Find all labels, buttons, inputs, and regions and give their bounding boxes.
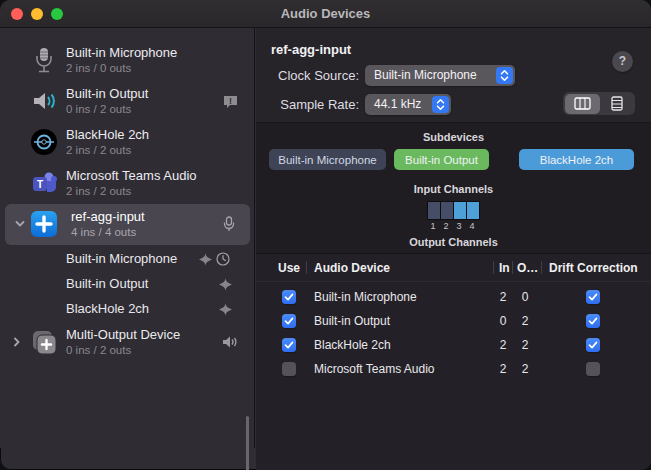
table-row[interactable]: Built-in Output 0 2 [256, 309, 651, 333]
volume-icon [222, 335, 239, 352]
use-checkbox[interactable] [282, 362, 296, 376]
column-audio-device[interactable]: Audio Device [314, 261, 390, 275]
audio-devices-window: Audio Devices Built-in Microphone 2 ins … [0, 0, 651, 470]
microphone-icon [30, 46, 58, 74]
device-detail: 0 ins / 2 outs [66, 103, 131, 115]
row-device-name: Built-in Output [314, 314, 390, 328]
use-checkbox[interactable] [282, 314, 296, 328]
sample-rate-select[interactable]: 44.1 kHz [365, 94, 451, 115]
drift-correction-checkbox[interactable] [586, 338, 600, 352]
window-title: Audio Devices [0, 6, 651, 21]
subdevice-table: Use Audio Device In O… Drift Correction … [256, 253, 651, 470]
selected-device-title: ref-agg-input [271, 42, 351, 57]
device-name: Built-in Microphone [66, 45, 177, 60]
columns-icon [574, 97, 591, 110]
channel-1 [428, 202, 440, 219]
column-drift-correction[interactable]: Drift Correction [549, 261, 638, 275]
device-detail: 4 ins / 4 outs [71, 226, 136, 238]
row-out-count: 2 [517, 338, 533, 352]
chevron-down-icon[interactable] [14, 218, 26, 230]
title-bar: Audio Devices [0, 0, 651, 28]
column-in[interactable]: In [499, 261, 510, 275]
channel-number: 1 [427, 221, 439, 231]
sidebar-item-multi-output-device[interactable]: Multi-Output Device 0 ins / 2 outs [0, 322, 255, 363]
row-in-count: 2 [495, 362, 511, 376]
channel-number: 3 [453, 221, 465, 231]
clock-source-select[interactable]: Built-in Microphone [365, 65, 515, 86]
subitem-blackhole-2ch[interactable]: BlackHole 2ch [0, 297, 255, 322]
subdevice-pill-built-in-output[interactable]: Built-in Output [394, 149, 489, 170]
row-device-name: Microsoft Teams Audio [314, 362, 435, 376]
activity-spark-icon [219, 278, 232, 291]
row-device-name: Built-in Microphone [314, 290, 417, 304]
sidebar-item-built-in-output[interactable]: Built-in Output 0 ins / 2 outs ! [0, 81, 255, 122]
sample-rate-label: Sample Rate: [256, 97, 359, 112]
clock-source-icon [216, 252, 230, 266]
sidebar-item-built-in-microphone[interactable]: Built-in Microphone 2 ins / 0 outs [0, 40, 255, 81]
clock-source-value: Built-in Microphone [374, 68, 477, 82]
use-checkbox[interactable] [282, 338, 296, 352]
device-detail: 0 ins / 2 outs [66, 344, 131, 356]
row-in-count: 2 [495, 338, 511, 352]
table-row[interactable]: Built-in Microphone 2 0 [256, 285, 651, 309]
use-checkbox[interactable] [282, 290, 296, 304]
subitem-built-in-microphone[interactable]: Built-in Microphone [0, 247, 255, 272]
aggregate-device-icon [30, 210, 58, 238]
drift-correction-checkbox[interactable] [586, 290, 600, 304]
subdevices-heading: Subdevices [256, 131, 651, 143]
sample-rate-value: 44.1 kHz [374, 97, 421, 111]
device-sidebar: Built-in Microphone 2 ins / 0 outs Built… [0, 28, 255, 448]
activity-spark-icon [219, 303, 232, 316]
device-name: ref-agg-input [71, 209, 145, 224]
table-row[interactable]: BlackHole 2ch 2 2 [256, 333, 651, 357]
row-out-count: 2 [517, 362, 533, 376]
rows-view-button[interactable] [599, 94, 634, 114]
device-name: Multi-Output Device [66, 327, 180, 342]
multi-output-icon [30, 328, 58, 356]
columns-view-button[interactable] [565, 94, 600, 114]
row-out-count: 2 [517, 314, 533, 328]
speaker-icon [30, 87, 58, 115]
stepper-chevrons-icon [432, 96, 449, 113]
svg-text:T: T [37, 179, 43, 190]
stepper-chevrons-icon [496, 67, 513, 84]
subdevice-pill-blackhole-2ch[interactable]: BlackHole 2ch [519, 149, 634, 170]
row-device-name: BlackHole 2ch [314, 338, 391, 352]
help-button[interactable]: ? [612, 51, 633, 72]
device-detail-panel: ref-agg-input ? Clock Source: Built-in M… [256, 28, 651, 470]
row-in-count: 2 [495, 290, 511, 304]
subdevice-name: Built-in Microphone [66, 251, 177, 266]
row-out-count: 0 [517, 290, 533, 304]
microphone-badge-icon [221, 216, 238, 233]
subitem-built-in-output[interactable]: Built-in Output [0, 272, 255, 297]
device-name: Built-in Output [66, 86, 148, 101]
column-use[interactable]: Use [278, 261, 300, 275]
device-name: BlackHole 2ch [66, 127, 149, 142]
view-mode-segmented-control [563, 92, 635, 115]
sidebar-item-microsoft-teams-audio[interactable]: T Microsoft Teams Audio 2 ins / 2 outs [0, 163, 255, 204]
channel-4 [467, 202, 479, 219]
drift-correction-checkbox[interactable] [586, 314, 600, 328]
clock-source-label: Clock Source: [256, 68, 359, 83]
column-separator [306, 261, 307, 274]
column-separator [512, 261, 513, 274]
subdevice-name: Built-in Output [66, 276, 148, 291]
sidebar-item-ref-agg-input[interactable]: ref-agg-input 4 ins / 4 outs [5, 204, 250, 245]
rows-icon [611, 96, 623, 111]
drift-correction-checkbox[interactable] [586, 362, 600, 376]
channel-numbers: 1 2 3 4 [427, 221, 478, 231]
sidebar-scrollbar[interactable] [246, 416, 249, 470]
svg-text:!: ! [229, 96, 232, 106]
channel-2 [441, 202, 453, 219]
subdevice-name: BlackHole 2ch [66, 301, 149, 316]
subdevice-pill-built-in-microphone[interactable]: Built-in Microphone [269, 149, 386, 170]
activity-spark-icon [199, 253, 212, 266]
chevron-right-icon[interactable] [11, 336, 23, 348]
sidebar-item-blackhole-2ch[interactable]: BlackHole 2ch 2 ins / 2 outs [0, 122, 255, 163]
table-row[interactable]: Microsoft Teams Audio 2 2 [256, 357, 651, 381]
channel-number: 4 [466, 221, 478, 231]
table-header-divider [256, 281, 651, 282]
column-out[interactable]: O… [517, 261, 538, 275]
channels-section: Subdevices Built-in Microphone Built-in … [256, 122, 651, 253]
column-separator [541, 261, 542, 274]
